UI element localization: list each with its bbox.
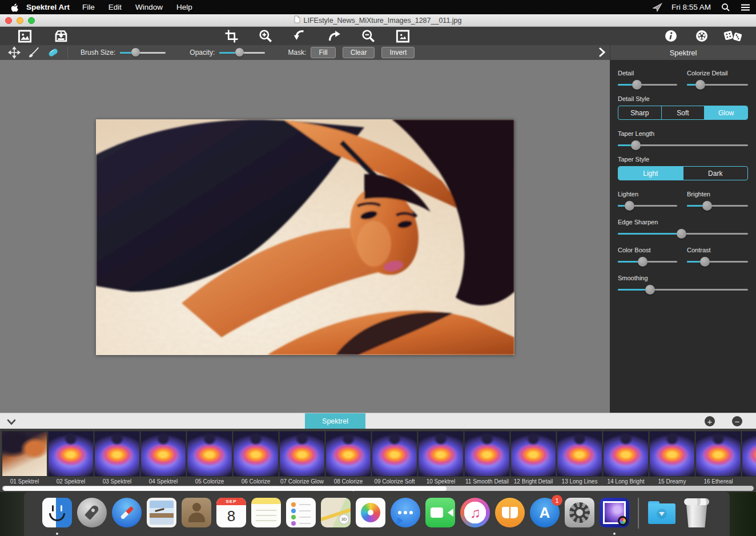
color-boost-slider[interactable] xyxy=(618,257,677,267)
segment-option-dark[interactable]: Dark xyxy=(683,167,748,180)
preset-thumbnail[interactable]: 17 E xyxy=(742,431,756,491)
edge-sharpen-slider[interactable] xyxy=(618,229,748,239)
collapse-strip-chevron[interactable] xyxy=(7,417,16,428)
dock-contacts-icon[interactable] xyxy=(179,498,214,535)
dock-photos-icon[interactable] xyxy=(353,498,388,535)
brush-size-slider[interactable] xyxy=(120,48,166,57)
move-tool-button[interactable] xyxy=(5,46,24,59)
dock-sysprefs-icon[interactable] xyxy=(562,498,597,535)
preset-thumbnail[interactable]: 14 Long Bright xyxy=(603,431,649,491)
dock-ibooks-icon[interactable] xyxy=(493,498,528,535)
preset-image[interactable] xyxy=(372,431,417,477)
preset-image[interactable] xyxy=(279,431,325,477)
dock-launchpad-icon[interactable] xyxy=(75,498,110,535)
menu-edit[interactable]: Edit xyxy=(108,3,122,11)
menu-clock[interactable]: Fri 8:55 AM xyxy=(671,3,711,11)
eraser-tool-button[interactable] xyxy=(43,46,63,59)
preset-image[interactable] xyxy=(742,431,756,477)
panel-collapse-chevron[interactable] xyxy=(599,47,605,59)
preset-thumbnail[interactable]: 06 Colorize Abstract xyxy=(233,431,279,491)
preset-image[interactable] xyxy=(94,431,140,477)
preset-thumbnail[interactable]: 12 Bright Detail xyxy=(510,431,556,491)
dock-spektrel-icon[interactable] xyxy=(597,498,632,535)
preset-thumbnail[interactable]: 09 Colorize Soft xyxy=(372,431,417,491)
menu-window[interactable]: Window xyxy=(135,3,163,11)
remove-preset-button[interactable]: − xyxy=(732,416,742,426)
preset-thumbnail[interactable]: 02 Spektrel xyxy=(48,431,94,491)
zoom-out-button[interactable] xyxy=(359,27,378,45)
preset-image[interactable] xyxy=(695,431,741,477)
preset-thumbnail[interactable]: 05 Colorize Medium xyxy=(187,431,232,491)
undo-button[interactable] xyxy=(290,27,309,45)
lighten-slider[interactable] xyxy=(618,201,677,211)
apple-menu-icon[interactable] xyxy=(10,3,18,12)
dock-itunes-icon[interactable] xyxy=(458,498,493,535)
detail-slider[interactable] xyxy=(618,80,677,90)
preset-image[interactable] xyxy=(2,431,47,477)
smoothing-slider[interactable] xyxy=(618,285,748,295)
zoom-in-button[interactable] xyxy=(256,27,275,45)
mask-clear-button[interactable]: Clear xyxy=(343,47,375,58)
taper-length-slider[interactable] xyxy=(618,140,748,150)
preset-image[interactable] xyxy=(418,431,464,477)
app-menu-title[interactable]: Spektrel Art xyxy=(26,3,70,11)
notification-center-icon[interactable] xyxy=(741,3,750,11)
crop-tool-button[interactable] xyxy=(222,27,241,45)
brush-tool-button[interactable] xyxy=(24,46,43,59)
dock-mail-icon[interactable] xyxy=(144,498,179,535)
preset-image[interactable] xyxy=(510,431,556,477)
dock-finder-icon[interactable] xyxy=(40,498,75,535)
preset-image[interactable] xyxy=(140,431,186,477)
mask-fill-button[interactable]: Fill xyxy=(311,47,335,58)
preset-image[interactable] xyxy=(325,431,371,477)
segment-option-glow[interactable]: Glow xyxy=(705,106,747,119)
preset-image[interactable] xyxy=(649,431,695,477)
edited-photo[interactable] xyxy=(96,119,514,355)
location-arrow-icon[interactable] xyxy=(652,3,662,12)
segment-option-light[interactable]: Light xyxy=(618,167,683,180)
menu-file[interactable]: File xyxy=(82,3,95,11)
dock-appstore-icon[interactable]: 1 xyxy=(528,498,562,535)
info-button[interactable] xyxy=(661,27,681,45)
dock-reminders-icon[interactable] xyxy=(284,498,319,535)
dock-trash-icon[interactable] xyxy=(679,498,714,535)
opacity-slider[interactable] xyxy=(219,48,265,57)
randomize-dice-button[interactable] xyxy=(723,27,742,45)
preset-thumbnail[interactable]: 04 Spektrel xyxy=(140,431,186,491)
preset-image[interactable] xyxy=(233,431,279,477)
preset-scrollbar-thumb[interactable] xyxy=(3,486,447,491)
preset-image[interactable] xyxy=(464,431,510,477)
dock-messages-icon[interactable] xyxy=(388,498,423,535)
save-image-button[interactable] xyxy=(51,27,71,45)
preset-thumbnail[interactable]: 10 Spektrel xyxy=(418,431,464,491)
contrast-slider[interactable] xyxy=(687,257,748,267)
dock-downloads-icon[interactable] xyxy=(645,498,679,535)
preset-thumbnail[interactable]: 11 Smooth Detail xyxy=(464,431,510,491)
preset-thumbnail[interactable]: 13 Long Lines xyxy=(557,431,602,491)
segment-option-soft[interactable]: Soft xyxy=(662,106,705,119)
dock-maps-icon[interactable]: 3D xyxy=(319,498,353,535)
add-preset-button[interactable]: + xyxy=(705,416,715,426)
mask-invert-button[interactable]: Invert xyxy=(381,47,415,58)
preset-thumbnail[interactable]: 01 Spektrel xyxy=(2,431,47,491)
close-window-button[interactable] xyxy=(5,17,12,24)
preset-thumbnail[interactable]: 03 Spektrel xyxy=(94,431,140,491)
colorize-detail-slider[interactable] xyxy=(687,80,748,90)
preview-original-button[interactable] xyxy=(393,27,412,45)
segment-option-sharp[interactable]: Sharp xyxy=(618,106,662,119)
zoom-window-button[interactable] xyxy=(28,17,35,24)
preset-image[interactable] xyxy=(187,431,232,477)
preset-image[interactable] xyxy=(48,431,94,477)
redo-button[interactable] xyxy=(324,27,344,45)
preset-thumbnail[interactable]: 16 Ethereal xyxy=(695,431,741,491)
image-canvas[interactable] xyxy=(0,60,610,413)
preset-thumbnail[interactable]: 07 Colorize Glow xyxy=(279,431,325,491)
preset-category-tab[interactable]: Spektrel xyxy=(305,413,365,429)
brighten-slider[interactable] xyxy=(687,201,748,211)
preset-image[interactable] xyxy=(557,431,602,477)
preset-image[interactable] xyxy=(603,431,649,477)
open-image-button[interactable] xyxy=(15,27,34,45)
spotlight-search-icon[interactable] xyxy=(721,3,730,12)
preset-scrollbar[interactable] xyxy=(2,486,754,491)
dock-facetime-icon[interactable] xyxy=(423,498,458,535)
